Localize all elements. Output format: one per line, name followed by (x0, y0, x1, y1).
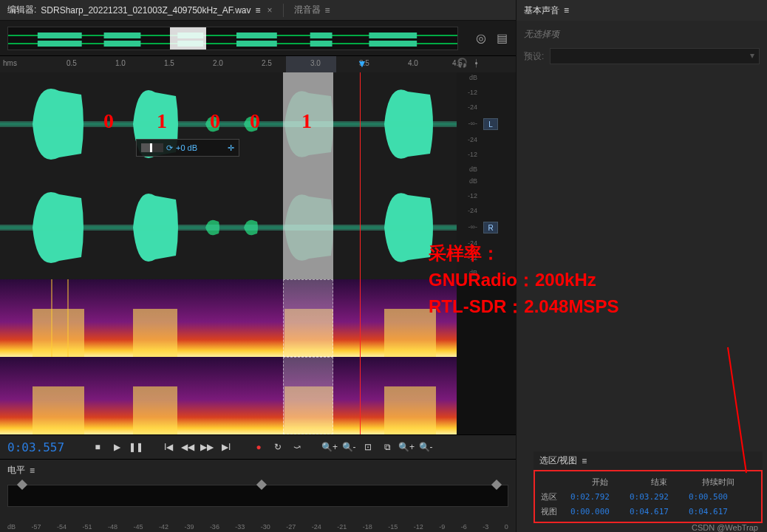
spectrogram-selection[interactable] (283, 357, 333, 434)
pause-button[interactable]: ❚❚ (128, 439, 144, 455)
sel-duration[interactable]: 0:00.500 (689, 492, 748, 502)
hud-pin-icon[interactable]: ✛ (228, 143, 234, 153)
playhead-line[interactable] (360, 357, 361, 434)
stop-button[interactable]: ■ (89, 439, 106, 455)
channel-left-button[interactable]: L (483, 118, 498, 130)
hud-clock-icon[interactable]: ⟳ (166, 143, 173, 153)
record-button[interactable]: ● (250, 439, 267, 455)
headphones-icon[interactable]: 🎧 (457, 58, 468, 68)
zoom-in-time-icon[interactable]: 🔍+ (398, 439, 415, 455)
playhead-line[interactable] (360, 176, 361, 279)
waveform-right[interactable]: dB -12 -24 -∞- -24 -12 dB R (0, 176, 457, 279)
svg-rect-16 (0, 121, 457, 127)
timecode-display[interactable]: 0:03.557 (7, 440, 64, 454)
ruler-ticks: 0.5 1.0 1.5 2.0 2.5 3.0 3.5 4.0 4.5 ▼ (22, 56, 516, 72)
no-selection-text: 无选择项 (524, 28, 760, 41)
channel-right-button[interactable]: R (483, 222, 498, 233)
level-handle[interactable] (16, 480, 27, 490)
time-ruler[interactable]: hms 0.5 1.0 1.5 2.0 2.5 3.0 3.5 4.0 4.5 … (0, 56, 516, 72)
spectrogram-left[interactable]: Hz 4k 2k 1k (0, 279, 457, 357)
selection-view-panel: 选区/视图 . 开始 结束 持续时间 选区 0:02.792 0:03.292 … (534, 451, 763, 523)
mixer-label: 混音器 (294, 4, 321, 16)
gain-meter-icon (141, 143, 163, 152)
target-icon[interactable]: ◎ (474, 31, 488, 44)
svg-rect-24 (384, 309, 436, 357)
view-end[interactable]: 0:04.617 (630, 507, 689, 516)
svg-rect-2 (104, 33, 141, 38)
overview-selection[interactable] (170, 27, 206, 50)
list-icon[interactable]: ▤ (495, 31, 508, 44)
gain-hud[interactable]: ⟳ +0 dB ✛ (136, 139, 239, 157)
overview-wave-top (8, 33, 457, 38)
zoom-out-time-icon[interactable]: 🔍- (417, 439, 434, 455)
svg-rect-22 (133, 309, 177, 357)
mixer-tab[interactable]: 混音器 (287, 4, 340, 16)
view-duration[interactable]: 0:04.617 (689, 507, 748, 516)
svg-rect-28 (33, 386, 84, 434)
zoom-sel-icon[interactable]: ⧉ (379, 439, 395, 455)
playhead-line[interactable] (360, 279, 361, 357)
overview-tools: ◎ ▤ (474, 31, 508, 44)
transport-bar: 0:03.557 ■ ▶ ❚❚ I◀ ◀◀ ▶▶ ▶I ● ↻ ⤻ 🔍+ 🔍- … (0, 434, 516, 460)
level-handle[interactable] (256, 480, 267, 490)
skip-selection-button[interactable]: ⤻ (289, 439, 305, 455)
tick-20: 2.0 (213, 59, 223, 67)
svg-rect-29 (133, 386, 177, 434)
row-selection-label: 选区 (541, 491, 570, 502)
playhead-marker-icon[interactable]: ▼ (357, 58, 367, 69)
hamburger-icon[interactable] (582, 456, 589, 466)
skip-start-button[interactable]: I◀ (160, 439, 177, 455)
tick-10: 1.0 (115, 59, 126, 67)
svg-rect-19 (0, 225, 457, 231)
spectrogram-area: Hz 4k 2k 1k Hz 4k 2k 1k (0, 279, 516, 434)
zoom-out-icon[interactable]: 🔍- (341, 439, 357, 455)
col-start: 开始 (570, 477, 630, 488)
essential-sound-title: 基本声音 (524, 4, 559, 17)
zoom-full-icon[interactable]: ⊡ (360, 439, 376, 455)
sel-end[interactable]: 0:03.292 (630, 492, 689, 502)
hamburger-icon[interactable] (30, 466, 37, 476)
tuning-fork-icon[interactable]: ⍿ (474, 58, 479, 68)
col-end: 结束 (630, 477, 689, 488)
waveform-selection[interactable] (283, 176, 333, 279)
hamburger-icon[interactable] (325, 5, 333, 16)
overview-waveform[interactable] (7, 27, 458, 50)
svg-rect-12 (310, 41, 333, 47)
waveform-left-svg (0, 72, 457, 176)
svg-rect-6 (369, 33, 417, 38)
levels-meter[interactable] (7, 485, 508, 507)
spectrogram-selection[interactable] (283, 279, 333, 357)
rewind-button[interactable]: ◀◀ (180, 439, 196, 455)
essential-sound-header: 基本声音 (516, 0, 767, 21)
preset-label: 预设: (524, 50, 544, 63)
overview-strip[interactable]: ◎ ▤ (0, 21, 516, 56)
play-button[interactable]: ▶ (109, 439, 125, 455)
editor-tab[interactable]: 编辑器: SDRSharp_20221231_021003Z_409750kHz… (0, 4, 280, 16)
forward-button[interactable]: ▶▶ (199, 439, 215, 455)
waveform-selection[interactable] (283, 72, 333, 176)
hamburger-icon[interactable] (564, 5, 571, 16)
playhead-line[interactable] (360, 72, 361, 176)
sel-start[interactable]: 0:02.792 (570, 492, 630, 502)
watermark: CSDN @WebTrap (692, 523, 758, 532)
db-scale-right: dB -12 -24 -∞- -24 -12 dB (457, 176, 479, 279)
levels-title: 电平 (7, 464, 25, 477)
svg-rect-21 (33, 309, 84, 357)
svg-rect-1 (38, 33, 82, 38)
selview-header-row: . 开始 结束 持续时间 (541, 474, 755, 489)
levels-scale: dB-57-54-51-48-45-42-39-36-33-30-27-24-2… (7, 523, 508, 531)
selection-view-table: . 开始 结束 持续时间 选区 0:02.792 0:03.292 0:00.5… (534, 470, 763, 523)
level-handle[interactable] (491, 480, 502, 490)
selection-view-title: 选区/视图 (539, 454, 577, 467)
separator (283, 4, 284, 17)
loop-button[interactable]: ↻ (270, 439, 286, 455)
view-start[interactable]: 0:00.000 (570, 507, 630, 516)
spectrogram-right[interactable]: Hz 4k 2k 1k (0, 357, 457, 434)
zoom-in-icon[interactable]: 🔍+ (321, 439, 338, 455)
skip-end-button[interactable]: ▶I (218, 439, 234, 455)
waveform-left[interactable]: dB -12 -24 -∞- -24 -12 dB L (0, 72, 457, 176)
hamburger-icon[interactable] (256, 5, 263, 16)
spectrogram-left-svg (0, 279, 457, 357)
close-icon[interactable]: × (267, 5, 273, 16)
preset-dropdown[interactable] (550, 48, 760, 64)
